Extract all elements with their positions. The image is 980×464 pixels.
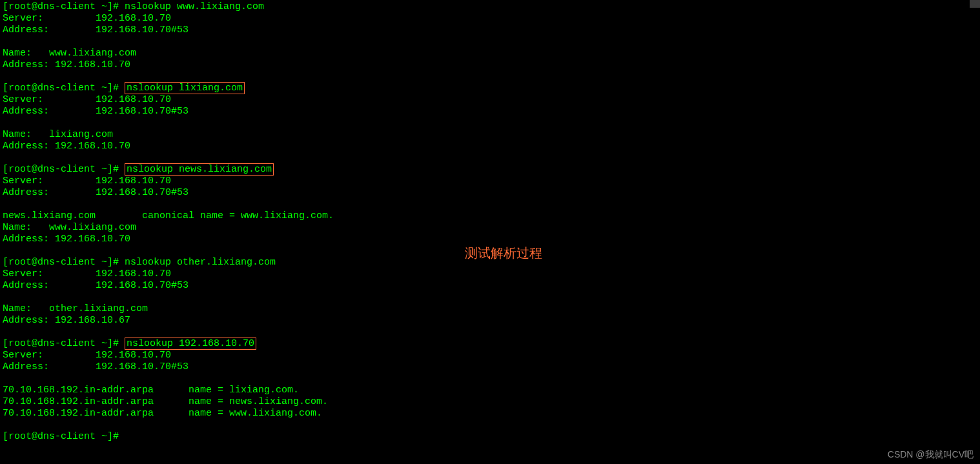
output-line: Server: 192.168.10.70 bbox=[3, 94, 977, 106]
output-line: Address: 192.168.10.70#53 bbox=[3, 187, 977, 199]
output-line: Name: www.lixiang.com bbox=[3, 222, 977, 234]
output-line bbox=[3, 327, 977, 338]
output-line: news.lixiang.com canonical name = www.li… bbox=[3, 210, 977, 222]
shell-prompt: [root@dns-client ~]# bbox=[3, 338, 125, 349]
output-line bbox=[3, 36, 977, 48]
shell-prompt: [root@dns-client ~]# bbox=[3, 257, 125, 268]
shell-prompt: [root@dns-client ~]# bbox=[3, 431, 125, 442]
command-text-highlighted: nslookup 192.168.10.70 bbox=[125, 338, 256, 350]
output-line: 70.10.168.192.in-addr.arpa name = www.li… bbox=[3, 408, 977, 419]
output-line: 70.10.168.192.in-addr.arpa name = news.l… bbox=[3, 396, 977, 408]
prompt-line[interactable]: [root@dns-client ~]# nslookup 192.168.10… bbox=[3, 338, 977, 350]
output-line bbox=[3, 292, 977, 303]
terminal-window[interactable]: [root@dns-client ~]# nslookup www.lixian… bbox=[0, 0, 980, 444]
output-line: Server: 192.168.10.70 bbox=[3, 268, 977, 280]
output-line bbox=[3, 152, 977, 164]
shell-prompt: [root@dns-client ~]# bbox=[3, 164, 125, 175]
output-line bbox=[3, 373, 977, 385]
output-line: Server: 192.168.10.70 bbox=[3, 350, 977, 361]
output-line bbox=[3, 419, 977, 431]
output-line: 70.10.168.192.in-addr.arpa name = lixian… bbox=[3, 385, 977, 396]
prompt-line[interactable]: [root@dns-client ~]# bbox=[3, 431, 977, 443]
output-line: Address: 192.168.10.70 bbox=[3, 141, 977, 152]
output-line: Name: www.lixiang.com bbox=[3, 48, 977, 59]
shell-prompt: [root@dns-client ~]# bbox=[3, 83, 125, 94]
output-line bbox=[3, 71, 977, 83]
command-text: nslookup www.lixiang.com bbox=[125, 1, 264, 12]
shell-prompt: [root@dns-client ~]# bbox=[3, 1, 125, 12]
output-line: Address: 192.168.10.70#53 bbox=[3, 25, 977, 36]
output-line bbox=[3, 117, 977, 129]
output-line: Server: 192.168.10.70 bbox=[3, 176, 977, 187]
command-text: nslookup other.lixiang.com bbox=[125, 257, 276, 268]
output-line: Address: 192.168.10.70#53 bbox=[3, 106, 977, 117]
output-line: Address: 192.168.10.70 bbox=[3, 59, 977, 71]
watermark-text: CSDN @我就叫CV吧 bbox=[888, 449, 974, 460]
prompt-line[interactable]: [root@dns-client ~]# nslookup news.lixia… bbox=[3, 164, 977, 176]
output-line: Address: 192.168.10.67 bbox=[3, 315, 977, 327]
output-line: Name: lixiang.com bbox=[3, 129, 977, 141]
output-line: Address: 192.168.10.70#53 bbox=[3, 361, 977, 373]
prompt-line[interactable]: [root@dns-client ~]# nslookup lixiang.co… bbox=[3, 83, 977, 94]
command-text-highlighted: nslookup lixiang.com bbox=[125, 82, 245, 94]
output-line: Server: 192.168.10.70 bbox=[3, 13, 977, 25]
scrollbar-top[interactable] bbox=[970, 0, 980, 8]
command-text-highlighted: nslookup news.lixiang.com bbox=[125, 163, 274, 176]
prompt-line[interactable]: [root@dns-client ~]# nslookup www.lixian… bbox=[3, 1, 977, 13]
output-line: Name: other.lixiang.com bbox=[3, 303, 977, 315]
output-line: Address: 192.168.10.70#53 bbox=[3, 280, 977, 292]
annotation-label: 测试解析过程 bbox=[465, 245, 542, 261]
output-line: Address: 192.168.10.70 bbox=[3, 234, 977, 245]
output-line bbox=[3, 199, 977, 210]
